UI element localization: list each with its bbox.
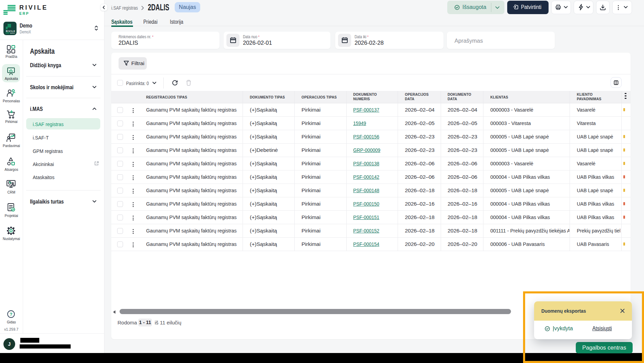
svg-text:ERP: ERP <box>19 11 29 15</box>
svg-text:RIVILE: RIVILE <box>19 4 48 11</box>
svg-text:ERP demo: ERP demo <box>6 32 15 34</box>
svg-text:RIVILE: RIVILE <box>6 30 16 32</box>
svg-text:?: ? <box>10 312 12 317</box>
